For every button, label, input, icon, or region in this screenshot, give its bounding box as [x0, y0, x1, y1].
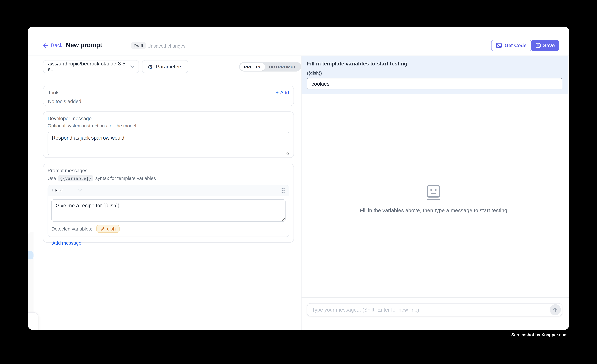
chat-message-input[interactable]: [308, 307, 550, 313]
watermark-text: Screenshot by Xnapper.com: [511, 333, 568, 337]
test-panel: Fill in template variables to start test…: [301, 56, 569, 330]
toggle-option-dotprompt[interactable]: DOTPROMPT: [265, 63, 300, 71]
developer-message-subtitle: Optional system instructions for the mod…: [48, 123, 289, 129]
screenshot-stage: Back New prompt Draft Unsaved changes Ge…: [0, 0, 597, 364]
variable-badge[interactable]: dish: [96, 225, 119, 233]
unsaved-changes-text: Unsaved changes: [147, 43, 186, 49]
pencil-icon: [100, 227, 105, 231]
message-body: Give me a recipe for {{dish}}: [48, 199, 289, 222]
add-tool-button[interactable]: + Add: [276, 90, 289, 95]
role-value: User: [52, 188, 63, 193]
save-icon: [535, 43, 541, 48]
model-selector[interactable]: aws/anthropic/bedrock-claude-3-5-s...: [43, 60, 139, 73]
sidebar-active-highlight: [28, 251, 33, 259]
message-header: User: [48, 185, 289, 196]
developer-message-card: Developer message Optional system instru…: [43, 111, 294, 158]
detected-variables-label: Detected variables:: [51, 226, 92, 231]
plus-icon: +: [276, 90, 279, 95]
add-message-button[interactable]: + Add message: [48, 240, 81, 246]
app-window: Back New prompt Draft Unsaved changes Ge…: [28, 27, 569, 330]
variable-value-input[interactable]: [307, 78, 562, 89]
tools-empty-text: No tools added: [48, 99, 289, 104]
back-label: Back: [51, 43, 63, 48]
back-button[interactable]: Back: [43, 40, 63, 51]
page-title: New prompt: [66, 39, 102, 51]
developer-message-input[interactable]: Respond as jack sparrow would: [48, 132, 289, 155]
chat-input-bar: [307, 303, 562, 316]
hint-suffix: syntax for template variables: [95, 176, 156, 181]
send-button[interactable]: [550, 304, 561, 315]
model-selector-value: aws/anthropic/bedrock-claude-3-5-s...: [48, 61, 130, 72]
save-button[interactable]: Save: [531, 40, 559, 51]
developer-message-title: Developer message: [48, 116, 289, 121]
toggle-option-pretty[interactable]: PRETTY: [240, 63, 265, 71]
variable-label: {{dish}}: [307, 71, 322, 75]
empty-state-text: Fill in the variables above, then type a…: [301, 207, 566, 213]
tools-card: Tools + Add No tools added: [43, 86, 294, 106]
role-selector[interactable]: User: [52, 188, 82, 193]
collapsed-sidebar-strip: [28, 232, 33, 312]
get-code-label: Get Code: [505, 43, 526, 48]
get-code-button[interactable]: Get Code: [491, 40, 532, 51]
hint-variable-chip: {{variable}}: [58, 175, 93, 182]
save-label: Save: [543, 43, 555, 48]
plus-icon: +: [48, 240, 50, 246]
variables-section-title: Fill in template variables to start test…: [307, 61, 407, 67]
add-tool-label: Add: [280, 90, 289, 95]
hint-prefix: Use: [48, 176, 56, 181]
status-badge: Draft: [131, 42, 146, 49]
terminal-icon: [496, 43, 502, 48]
chat-empty-state: Fill in the variables above, then type a…: [301, 185, 566, 213]
tools-title: Tools: [48, 90, 60, 95]
format-toggle: PRETTY DOTPROMPT: [239, 62, 301, 71]
gear-icon: ⚙: [148, 64, 153, 69]
parameters-button[interactable]: ⚙ Parameters: [142, 60, 188, 73]
drag-handle-icon[interactable]: [281, 188, 285, 194]
prompt-messages-title: Prompt messages: [48, 168, 289, 174]
parameters-label: Parameters: [156, 64, 182, 69]
prompt-messages-card: Prompt messages Use {{variable}} syntax …: [43, 164, 294, 243]
arrow-left-icon: [43, 43, 48, 48]
message-content-input[interactable]: Give me a recipe for {{dish}}: [51, 199, 286, 222]
detected-variables-row: Detected variables: dish: [48, 222, 289, 236]
chevron-down-icon: [78, 189, 82, 192]
robot-face-icon: [427, 185, 440, 201]
message-block: User Give me a recipe for {{dish}} Detec…: [48, 185, 289, 237]
template-variables-section: Fill in template variables to start test…: [301, 56, 567, 94]
add-message-label: Add message: [52, 240, 81, 246]
chevron-down-icon: [130, 65, 134, 68]
arrow-up-icon: [553, 307, 558, 312]
template-hint: Use {{variable}} syntax for template var…: [48, 175, 289, 182]
corner-card: [28, 312, 39, 330]
chat-divider: [301, 297, 569, 298]
variable-name: dish: [107, 226, 116, 231]
